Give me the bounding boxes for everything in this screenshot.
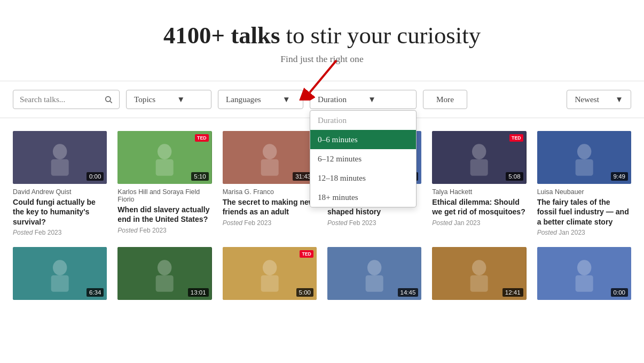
video-thumbnail: 31:43	[223, 131, 317, 184]
video-duration-badge: 0:00	[611, 288, 628, 297]
video-thumbnail: 6:34	[13, 247, 107, 300]
svg-point-26	[158, 260, 171, 275]
languages-filter[interactable]: Languages ▼	[218, 90, 303, 109]
video-card[interactable]: TED 5:00	[223, 247, 317, 304]
video-info: David Andrew Quist Could fungi actually …	[13, 188, 107, 236]
video-info: Marisa G. Franco The secret to making ne…	[223, 188, 317, 227]
svg-rect-30	[261, 275, 278, 292]
search-input[interactable]	[20, 95, 100, 104]
video-duration-badge: 6:34	[87, 288, 104, 297]
video-duration-badge: 5:08	[506, 172, 523, 181]
video-card[interactable]: 14:45	[327, 247, 421, 304]
topics-chevron-icon: ▼	[177, 95, 185, 104]
video-thumbnail: TED 5:08	[432, 131, 526, 184]
sort-chevron-icon: ▼	[615, 95, 623, 104]
search-box[interactable]	[13, 90, 120, 109]
video-card[interactable]: TED 5:10 Karlos Hill and Soraya Field Fi…	[117, 131, 211, 236]
duration-dropdown: Duration 0–6 minutes 6–12 minutes 12–18 …	[310, 110, 417, 207]
svg-point-11	[263, 144, 277, 159]
video-card[interactable]: 12:41	[432, 247, 526, 304]
video-title: Could fungi actually be the key to human…	[13, 197, 107, 227]
dropdown-header: Duration	[310, 111, 416, 130]
languages-chevron-icon: ▼	[282, 95, 290, 104]
video-posted: Posted Feb 2023	[327, 219, 421, 227]
duration-filter[interactable]: Duration ▼	[310, 90, 417, 109]
header-section: 4100+ talks to stir your curiosity Find …	[0, 0, 644, 81]
video-thumbnail: TED 5:10	[117, 131, 211, 184]
svg-line-1	[110, 101, 112, 103]
svg-point-8	[158, 144, 171, 159]
svg-rect-21	[575, 159, 593, 176]
video-posted: Posted Jan 2023	[537, 229, 631, 236]
topics-filter[interactable]: Topics ▼	[126, 90, 211, 109]
dropdown-option-0-6[interactable]: 0–6 minutes	[310, 130, 416, 149]
svg-point-23	[53, 260, 67, 275]
ted-badge: TED	[509, 134, 523, 142]
svg-rect-24	[51, 275, 69, 292]
video-duration-badge: 13:01	[188, 288, 209, 297]
video-info: Talya Hackett Ethical dilemma: Should we…	[432, 188, 526, 227]
videos-grid-row2: 6:34 13:01	[13, 247, 631, 304]
video-thumbnail: TED 5:00	[223, 247, 317, 300]
page-title: 4100+ talks to stir your curiosity	[11, 21, 633, 49]
video-card[interactable]: 6:34	[13, 247, 107, 304]
page-subtitle: Find just the right one	[11, 53, 633, 65]
ted-badge: TED	[300, 250, 313, 258]
dropdown-option-18plus[interactable]: 18+ minutes	[310, 188, 416, 207]
video-card[interactable]: 9:49 Luisa Neubauer The fairy tales of t…	[537, 131, 631, 236]
video-title: When did slavery actually end in the Uni…	[117, 205, 211, 225]
video-card[interactable]: 31:43 Marisa G. Franco The secret to mak…	[223, 131, 317, 236]
video-posted: Posted Feb 2023	[117, 227, 211, 234]
svg-point-32	[367, 260, 381, 275]
svg-point-0	[106, 97, 111, 102]
video-thumbnail: 13:01	[117, 247, 211, 300]
video-card[interactable]: 0:00 David Andrew Quist Could fungi actu…	[13, 131, 107, 236]
video-title: The fairy tales of the fossil fuel indus…	[537, 197, 631, 227]
sort-filter[interactable]: Newest ▼	[567, 90, 631, 109]
dropdown-option-6-12[interactable]: 6–12 minutes	[310, 149, 416, 168]
svg-rect-6	[51, 159, 69, 176]
video-duration-badge: 5:00	[296, 288, 313, 297]
video-posted: Posted Jan 2023	[432, 219, 526, 227]
search-icon	[104, 95, 113, 104]
video-info: Karlos Hill and Soraya Field Fiorio When…	[117, 188, 211, 234]
svg-point-35	[472, 260, 486, 275]
svg-point-5	[53, 144, 67, 159]
filters-bar: Topics ▼ Languages ▼ Duration ▼ Duration…	[0, 81, 644, 118]
svg-point-17	[472, 144, 486, 159]
svg-point-38	[577, 260, 591, 275]
svg-rect-27	[156, 275, 174, 292]
video-author: Luisa Neubauer	[537, 188, 631, 196]
video-thumbnail: 9:49	[537, 131, 631, 184]
dropdown-option-12-18[interactable]: 12–18 minutes	[310, 168, 416, 188]
duration-chevron-icon: ▼	[368, 95, 376, 104]
more-button[interactable]: More	[423, 90, 467, 109]
duration-wrapper: Duration ▼ Duration 0–6 minutes 6–12 min…	[310, 90, 417, 109]
video-thumbnail: 12:41	[432, 247, 526, 300]
svg-rect-9	[156, 159, 174, 176]
video-duration-badge: 0:00	[87, 172, 104, 181]
video-duration-badge: 9:49	[611, 172, 628, 181]
svg-rect-12	[261, 159, 278, 176]
svg-rect-18	[470, 159, 488, 176]
video-duration-badge: 12:41	[502, 288, 523, 297]
video-info: Luisa Neubauer The fairy tales of the fo…	[537, 188, 631, 236]
video-card[interactable]: 0:00	[537, 247, 631, 304]
video-card[interactable]: TED 5:08 Talya Hackett Ethical dilemma: …	[432, 131, 526, 236]
video-duration-badge: 5:10	[191, 172, 208, 181]
video-author: David Andrew Quist	[13, 188, 107, 196]
svg-rect-33	[366, 275, 383, 292]
video-thumbnail: 14:45	[327, 247, 421, 300]
video-posted: Posted Feb 2023	[223, 219, 317, 227]
video-card[interactable]: 13:01	[117, 247, 211, 304]
video-posted: Posted Feb 2023	[13, 229, 107, 236]
video-thumbnail: 0:00	[537, 247, 631, 300]
svg-rect-36	[470, 275, 488, 292]
svg-point-29	[263, 260, 277, 275]
ted-badge: TED	[195, 134, 209, 142]
video-author: Talya Hackett	[432, 188, 526, 196]
video-title: Ethical dilemma: Should we get rid of mo…	[432, 197, 526, 217]
video-author: Karlos Hill and Soraya Field Fiorio	[117, 188, 211, 203]
svg-rect-39	[575, 275, 593, 292]
video-title: The secret to making new friends as an a…	[223, 197, 317, 217]
